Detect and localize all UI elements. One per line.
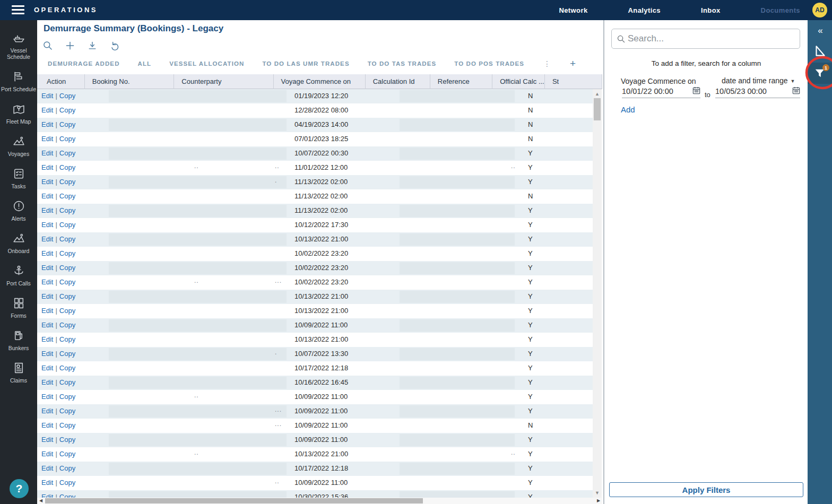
copy-link[interactable]: Copy	[59, 249, 75, 257]
tab-to-do-tas-trades[interactable]: TO DO TAS TRADES	[368, 60, 437, 67]
nav-item-network[interactable]: Network	[559, 6, 587, 14]
column-header-official-calc[interactable]: Official Calc ...	[492, 74, 545, 89]
copy-link[interactable]: Copy	[59, 335, 75, 343]
tab-overflow-kebab-icon[interactable]: ⋮	[542, 59, 552, 68]
edit-link[interactable]: Edit	[41, 393, 53, 401]
copy-link[interactable]: Copy	[59, 464, 75, 472]
copy-link[interactable]: Copy	[59, 178, 75, 186]
sidebar-item-claims[interactable]: Claims	[0, 357, 37, 389]
copy-link[interactable]: Copy	[59, 192, 75, 200]
vertical-scrollbar[interactable]: ▲ ▼	[593, 89, 602, 498]
help-button[interactable]: ?	[10, 479, 29, 498]
copy-link[interactable]: Copy	[59, 92, 75, 100]
filter-search-input[interactable]	[626, 33, 800, 44]
edit-link[interactable]: Edit	[41, 421, 53, 429]
add-tab-icon[interactable]: +	[570, 59, 576, 68]
sidebar-item-port-schedule[interactable]: Port Schedule	[0, 65, 37, 98]
tab-to-do-las-umr-trades[interactable]: TO DO LAS UMR TRADES	[262, 60, 349, 67]
hamburger-menu-icon[interactable]	[12, 5, 24, 14]
column-header-action[interactable]: Action	[37, 74, 85, 89]
edit-link[interactable]: Edit	[41, 335, 53, 343]
scroll-down-arrow[interactable]: ▼	[593, 489, 602, 497]
filter-funnel-button[interactable]: 1	[808, 63, 832, 84]
tab-demurrage-added[interactable]: DEMURRAGE ADDED	[48, 60, 120, 67]
nav-item-inbox[interactable]: Inbox	[701, 6, 721, 14]
search-icon[interactable]	[41, 39, 54, 52]
edit-link[interactable]: Edit	[41, 221, 53, 229]
edit-link[interactable]: Edit	[41, 450, 53, 458]
scroll-left-arrow[interactable]: ◀	[37, 498, 45, 504]
calendar-icon[interactable]	[792, 86, 800, 98]
calendar-icon[interactable]	[692, 86, 700, 98]
horizontal-scrollbar[interactable]: ◀ ▶	[37, 498, 602, 504]
copy-link[interactable]: Copy	[59, 278, 75, 286]
copy-link[interactable]: Copy	[59, 206, 75, 214]
sidebar-item-forms[interactable]: Forms	[0, 292, 37, 324]
copy-link[interactable]: Copy	[59, 120, 75, 128]
edit-link[interactable]: Edit	[41, 192, 53, 200]
sidebar-item-onboard[interactable]: Onboard	[0, 227, 37, 259]
copy-link[interactable]: Copy	[59, 221, 75, 229]
copy-link[interactable]: Copy	[59, 493, 75, 498]
sidebar-item-tasks[interactable]: Tasks	[0, 162, 37, 195]
copy-link[interactable]: Copy	[59, 421, 75, 429]
copy-link[interactable]: Copy	[59, 307, 75, 315]
edit-link[interactable]: Edit	[41, 106, 53, 114]
copy-link[interactable]: Copy	[59, 264, 75, 272]
copy-link[interactable]: Copy	[59, 450, 75, 458]
column-header-calculation-id[interactable]: Calculation Id	[366, 74, 430, 89]
tab-vessel-allocation[interactable]: VESSEL ALLOCATION	[169, 60, 244, 67]
edit-link[interactable]: Edit	[41, 292, 53, 300]
copy-link[interactable]: Copy	[59, 364, 75, 372]
filter-range-type-dropdown[interactable]: date and time range▼	[722, 76, 795, 85]
edit-link[interactable]: Edit	[41, 307, 53, 315]
tab-to-do-pos-trades[interactable]: TO DO POS TRADES	[454, 60, 524, 67]
undo-icon[interactable]	[108, 39, 121, 52]
scroll-right-arrow[interactable]: ▶	[595, 498, 602, 504]
add-filter-link[interactable]: Add	[621, 105, 635, 114]
sidebar-item-voyages[interactable]: Voyages	[0, 130, 37, 162]
nav-item-documents[interactable]: Documents	[761, 6, 800, 14]
date-to-input[interactable]	[715, 86, 774, 98]
add-icon[interactable]	[64, 39, 76, 52]
copy-link[interactable]: Copy	[59, 163, 75, 171]
copy-link[interactable]: Copy	[59, 378, 75, 386]
copy-link[interactable]: Copy	[59, 292, 75, 300]
edit-link[interactable]: Edit	[41, 436, 53, 444]
column-header-voyage-commence-on[interactable]: Voyage Commence on	[274, 74, 366, 89]
copy-link[interactable]: Copy	[59, 393, 75, 401]
user-avatar[interactable]: AD	[812, 3, 827, 18]
edit-link[interactable]: Edit	[41, 235, 53, 243]
edit-link[interactable]: Edit	[41, 479, 53, 486]
column-header-st[interactable]: St	[545, 74, 602, 89]
edit-link[interactable]: Edit	[41, 249, 53, 257]
horizontal-scroll-thumb[interactable]	[45, 498, 423, 503]
column-header-counterparty[interactable]: Counterparty	[174, 74, 273, 89]
sidebar-item-bunkers[interactable]: Bunkers	[0, 324, 37, 357]
edit-link[interactable]: Edit	[41, 135, 53, 143]
edit-link[interactable]: Edit	[41, 92, 53, 100]
copy-link[interactable]: Copy	[59, 436, 75, 444]
edit-link[interactable]: Edit	[41, 206, 53, 214]
vertical-scroll-thumb[interactable]	[594, 98, 601, 120]
sidebar-item-alerts[interactable]: Alerts	[0, 195, 37, 227]
copy-link[interactable]: Copy	[59, 235, 75, 243]
copy-link[interactable]: Copy	[59, 407, 75, 415]
measure-triangle-icon[interactable]	[813, 44, 827, 60]
collapse-panel-icon[interactable]: «	[808, 25, 832, 39]
edit-link[interactable]: Edit	[41, 278, 53, 286]
edit-link[interactable]: Edit	[41, 264, 53, 272]
sidebar-item-port-calls[interactable]: Port Calls	[0, 259, 37, 292]
date-from-input[interactable]	[622, 86, 680, 98]
edit-link[interactable]: Edit	[41, 407, 53, 415]
scroll-up-arrow[interactable]: ▲	[593, 90, 602, 98]
copy-link[interactable]: Copy	[59, 479, 75, 486]
copy-link[interactable]: Copy	[59, 135, 75, 143]
edit-link[interactable]: Edit	[41, 464, 53, 472]
edit-link[interactable]: Edit	[41, 378, 53, 386]
edit-link[interactable]: Edit	[41, 178, 53, 186]
edit-link[interactable]: Edit	[41, 364, 53, 372]
copy-link[interactable]: Copy	[59, 106, 75, 114]
copy-link[interactable]: Copy	[59, 350, 75, 358]
column-header-reference[interactable]: Reference	[430, 74, 492, 89]
